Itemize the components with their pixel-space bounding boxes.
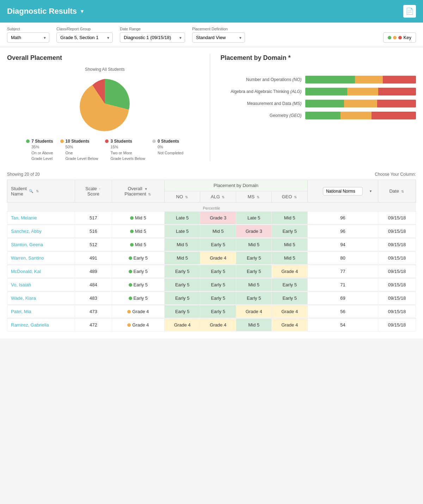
student-name-cell[interactable]: Warren, Santino: [7, 252, 75, 265]
th-national-norms: National Norms: [307, 180, 378, 203]
th-student-name: StudentName 🔍 ⇅: [7, 180, 75, 203]
overall-dot: [130, 216, 134, 220]
bar-seg-yellow-geo: [341, 112, 372, 119]
subject-select[interactable]: Math: [7, 32, 49, 43]
export-button[interactable]: 📄: [403, 5, 416, 18]
overall-dot: [129, 256, 132, 260]
alg-cell: Early 5: [200, 305, 236, 318]
overall-value: Grade 4: [132, 322, 149, 328]
student-name-cell[interactable]: Stanton, Geena: [7, 238, 75, 251]
student-name-cell[interactable]: Ramirez, Gabriella: [7, 319, 75, 331]
overall-dot: [129, 297, 132, 300]
ms-cell: Early 5: [236, 252, 272, 265]
th-placement-by-domain-group: Placement by Domain: [164, 180, 307, 191]
student-search-btn[interactable]: 🔍: [28, 189, 34, 193]
pie-chart-container: [7, 75, 203, 132]
no-cell: Early 5: [164, 305, 200, 318]
percentile-subheader: Percentile: [203, 206, 220, 210]
overall-sort-btn2[interactable]: ⇅: [147, 192, 152, 196]
ms-cell: Mid 5: [236, 319, 272, 331]
geo-cell: Grade 4: [272, 305, 308, 318]
legend-dot-green: [26, 139, 30, 143]
placement-select[interactable]: Standard View: [192, 32, 245, 43]
date-select-wrapper: Diagnostic 1 (09/15/18): [120, 32, 185, 43]
geo-cell: Early 5: [272, 279, 308, 291]
th-ms: MS ⇅: [236, 191, 272, 203]
scale-score-cell: 491: [75, 252, 112, 265]
geo-cell: Mid 5: [272, 212, 308, 224]
percentile-cell: 71: [307, 279, 378, 291]
overall-placement-cell: Mid 5: [112, 238, 164, 251]
ms-sort-btn[interactable]: ⇅: [256, 195, 260, 199]
choose-column-label: Choose Your Column:: [375, 172, 416, 177]
student-name-cell[interactable]: McDonald, Kal: [7, 265, 75, 278]
bar-seg-yellow-alg: [347, 88, 378, 95]
percentile-cell: 94: [307, 238, 378, 251]
table-meta: Showing 20 of 20 Choose Your Column:: [7, 172, 416, 177]
no-sort-btn[interactable]: ⇅: [184, 195, 189, 199]
bar-seg-green-no: [305, 76, 355, 83]
legend-red-count: 3 Students: [110, 139, 132, 144]
domain-label-ms: Measurement and Data (MS): [221, 101, 302, 106]
alg-sort-btn[interactable]: ⇅: [221, 195, 225, 199]
student-name-cell[interactable]: Tan, Melanie: [7, 212, 75, 224]
table-row: Warren, Santino 491 Early 5 Mid 5 Grade …: [7, 252, 416, 265]
class-select[interactable]: Grade 5, Section 1: [56, 32, 113, 43]
student-name-cell[interactable]: Vo, Isaiah: [7, 279, 75, 291]
student-name-header-text: StudentName: [11, 186, 27, 197]
student-name-cell[interactable]: Patel, Mia: [7, 305, 75, 318]
overall-value: Mid 5: [135, 215, 146, 220]
date-cell: 09/15/18: [378, 292, 416, 305]
pie-legend: 7 Students 35% On or AboveGrade Level 10…: [7, 139, 203, 161]
date-cell: 09/15/18: [378, 265, 416, 278]
class-select-wrapper: Grade 5, Section 1: [56, 32, 113, 43]
domain-row-alg: Algebra and Algebraic Thinking (ALG): [221, 88, 416, 95]
header-chevron-icon[interactable]: ▼: [80, 8, 85, 14]
scale-score-cell: 484: [75, 279, 112, 291]
geo-sort-btn[interactable]: ⇅: [293, 195, 298, 199]
page-title: Diagnostic Results: [7, 7, 77, 16]
percentile-cell: 96: [307, 212, 378, 224]
placement-select-wrapper: Standard View: [192, 32, 245, 43]
overall-sort-btn[interactable]: ▼: [143, 187, 148, 191]
percentile-cell: 96: [307, 225, 378, 238]
th-geo: GEO ⇅: [272, 191, 308, 203]
student-name-cell[interactable]: Sanchez, Abby: [7, 225, 75, 238]
legend-green-count: 7 Students: [31, 139, 53, 144]
legend-gray-pct: 0%: [152, 144, 163, 150]
subject-label: Subject: [7, 27, 49, 31]
ms-cell: Early 5: [236, 265, 272, 278]
bar-seg-green-alg: [305, 88, 348, 95]
header-title: Diagnostic Results ▼: [7, 7, 85, 16]
table-row: Vo, Isaiah 484 Early 5 Early 5 Early 5 M…: [7, 279, 416, 291]
no-cell: Mid 5: [164, 252, 200, 265]
legend-green-pct: 35%: [26, 144, 39, 150]
key-label: Key: [404, 35, 411, 40]
student-name-cell[interactable]: Wade, Kiara: [7, 292, 75, 305]
bar-seg-yellow-no: [355, 76, 383, 83]
student-sort-btn[interactable]: ⇅: [35, 189, 39, 193]
domain-label-alg: Algebra and Algebraic Thinking (ALG): [221, 89, 302, 94]
bar-seg-red-ms: [377, 100, 416, 107]
date-select[interactable]: Diagnostic 1 (09/15/18): [120, 32, 185, 43]
export-icon: 📄: [406, 7, 413, 15]
date-sort-btn[interactable]: ⇅: [400, 189, 405, 193]
scale-sort-btn[interactable]: [98, 187, 101, 191]
overall-dot: [129, 270, 132, 273]
legend-item-red: 3 Students 15% Two or MoreGrade Levels B…: [105, 139, 145, 161]
legend-item-green: 7 Students 35% On or AboveGrade Level: [26, 139, 53, 161]
table-row: Wade, Kiara 483 Early 5 Early 5 Early 5 …: [7, 292, 416, 305]
ms-cell: Grade 4: [236, 305, 272, 318]
key-dot-yellow: [393, 36, 397, 39]
charts-section: Overall Placement Showing All Students: [7, 54, 416, 161]
date-cell: 09/15/18: [378, 238, 416, 251]
date-cell: 09/15/18: [378, 305, 416, 318]
legend-dot-gray: [152, 139, 156, 143]
national-norms-select[interactable]: National Norms: [323, 187, 363, 195]
subject-filter-group: Subject Math: [7, 27, 49, 43]
legend-yellow-pct: 50%: [60, 144, 73, 150]
overall-value: Early 5: [134, 282, 148, 287]
domain-label-no: Number and Operations (NO): [221, 77, 302, 82]
placement-filter-group: Placement Definition Standard View: [192, 27, 245, 43]
key-button[interactable]: Key: [383, 32, 416, 43]
